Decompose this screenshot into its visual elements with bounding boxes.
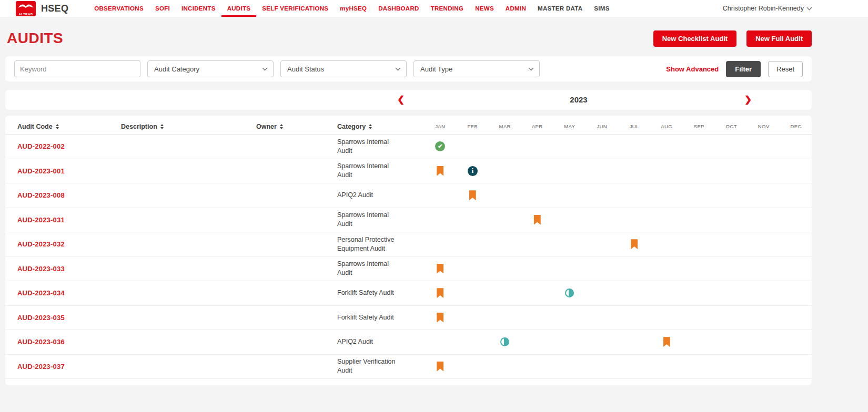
audit-category-select[interactable]: Audit Category (147, 60, 274, 77)
nav-item-observations[interactable]: OBSERVATIONS (88, 0, 149, 17)
month-header-mar: MAR (489, 123, 521, 129)
page-header: AUDITS New Checklist Audit New Full Audi… (5, 17, 812, 56)
month-cell-jan (424, 166, 457, 176)
nav-item-myhseq[interactable]: myHSEQ (334, 0, 372, 17)
audit-code-link[interactable]: AUD-2023-033 (17, 265, 121, 273)
nav-item-self-verifications[interactable]: SELF VERIFICATIONS (256, 0, 334, 17)
bookmark-icon[interactable] (437, 264, 443, 274)
chevron-down-icon (807, 5, 812, 11)
bookmark-icon[interactable] (437, 166, 443, 176)
audit-code-link[interactable]: AUD-2022-002 (17, 142, 121, 150)
audit-status-select[interactable]: Audit Status (280, 60, 407, 77)
bookmark-icon[interactable] (534, 215, 541, 225)
bookmark-icon[interactable] (631, 239, 638, 249)
month-cell-feb (457, 190, 489, 200)
bookmark-icon[interactable] (469, 190, 476, 200)
chevron-down-icon (396, 66, 401, 71)
month-cell-mar (489, 337, 521, 346)
audit-code-link[interactable]: AUD-2023-008 (17, 191, 121, 199)
new-checklist-audit-button[interactable]: New Checklist Audit (653, 30, 736, 47)
audit-category-select-label: Audit Category (154, 65, 199, 73)
audit-type-select-label: Audit Type (420, 65, 452, 73)
nav-item-dashboard[interactable]: DASHBOARD (372, 0, 425, 17)
nav-item-sims[interactable]: SIMS (588, 0, 615, 17)
category-cell: Personal Protective Equipment Audit (337, 235, 424, 253)
month-header-jun: JUN (586, 123, 619, 129)
month-header-sep: SEP (683, 123, 715, 129)
table-row: AUD-2023-037Supplier Verification Audit (5, 355, 812, 379)
audit-status-select-label: Audit Status (287, 65, 324, 73)
half-circle-icon[interactable] (500, 337, 509, 346)
audit-code-link[interactable]: AUD-2023-036 (17, 338, 121, 346)
show-advanced-link[interactable]: Show Advanced (666, 65, 719, 73)
category-cell: APIQ2 Audit (337, 337, 424, 346)
column-header-category[interactable]: Category (337, 123, 424, 130)
table-row: AUD-2023-036APIQ2 Audit (5, 330, 812, 355)
audit-type-select[interactable]: Audit Type (413, 60, 540, 77)
month-header-nov: NOV (748, 123, 780, 129)
month-cell-jan: ✔ (424, 141, 457, 151)
keyword-input[interactable] (14, 60, 140, 77)
category-cell: Supplier Verification Audit (337, 357, 424, 375)
month-cell-aug (651, 337, 683, 347)
altrad-logo[interactable]: ALTRAD (16, 1, 36, 16)
user-menu[interactable]: Christopher Robin-Kennedy (723, 0, 811, 17)
column-header-owner[interactable]: Owner (256, 123, 337, 130)
bird-icon (17, 2, 34, 9)
nav-item-master-data[interactable]: MASTER DATA (532, 0, 588, 17)
month-cell-jan (424, 264, 457, 274)
bookmark-icon[interactable] (437, 288, 443, 298)
chevron-down-icon (263, 66, 268, 71)
nav-item-sofi[interactable]: SOFI (149, 0, 176, 17)
table-row: AUD-2023-008APIQ2 Audit (5, 183, 812, 208)
month-header-jul: JUL (618, 123, 651, 129)
year-navigator: ❮ 2023 ❯ (5, 90, 812, 110)
table-row: AUD-2023-032Personal Protective Equipmen… (5, 232, 812, 257)
bookmark-icon[interactable] (437, 313, 443, 323)
category-cell: Sparrows Internal Audit (337, 260, 424, 277)
audit-code-link[interactable]: AUD-2023-034 (17, 289, 121, 297)
app-name: HSEQ (41, 3, 68, 14)
table-row: AUD-2023-033Sparrows Internal Audit (5, 257, 812, 282)
bookmark-icon[interactable] (663, 337, 670, 347)
table-row: AUD-2023-035Forklift Safety Audit (5, 306, 812, 331)
audit-code-link[interactable]: AUD-2023-035 (17, 314, 121, 322)
bookmark-icon[interactable] (437, 362, 443, 372)
nav-item-news[interactable]: NEWS (469, 0, 500, 17)
next-year-button[interactable]: ❯ (744, 94, 752, 106)
nav-item-trending[interactable]: TRENDING (425, 0, 469, 17)
filter-button[interactable]: Filter (726, 61, 761, 77)
category-cell: APIQ2 Audit (337, 191, 424, 200)
month-header-jan: JAN (424, 123, 457, 129)
table-row: AUD-2023-031Sparrows Internal Audit (5, 208, 812, 233)
new-full-audit-button[interactable]: New Full Audit (746, 30, 812, 47)
reset-button[interactable]: Reset (768, 61, 803, 77)
table-row: AUD-2022-002Sparrows Internal Audit✔ (5, 135, 812, 159)
category-cell: Forklift Safety Audit (337, 313, 424, 322)
column-header-description[interactable]: Description (121, 123, 256, 130)
month-cell-jan (424, 362, 457, 372)
month-header-apr: APR (521, 123, 554, 129)
category-cell: Sparrows Internal Audit (337, 162, 424, 180)
year-label: 2023 (555, 95, 602, 104)
table-row: AUD-2023-001Sparrows Internal Auditi (5, 159, 812, 184)
month-cell-jan (424, 288, 457, 298)
nav-item-incidents[interactable]: INCIDENTS (176, 0, 221, 17)
category-cell: Forklift Safety Audit (337, 289, 424, 297)
audit-code-link[interactable]: AUD-2023-031 (17, 216, 121, 224)
column-header-audit-code[interactable]: Audit Code (17, 123, 121, 130)
previous-year-button[interactable]: ❮ (397, 94, 405, 106)
half-circle-icon[interactable] (565, 289, 574, 297)
audit-code-link[interactable]: AUD-2023-037 (17, 363, 121, 370)
page-title: AUDITS (7, 30, 63, 47)
nav-item-admin[interactable]: ADMIN (500, 0, 532, 17)
audit-code-link[interactable]: AUD-2023-032 (17, 240, 121, 248)
nav-item-audits[interactable]: AUDITS (221, 0, 257, 17)
check-circle-icon[interactable]: ✔ (435, 141, 445, 151)
month-header-may: MAY (553, 123, 586, 129)
info-circle-icon[interactable]: i (468, 166, 478, 176)
top-navigation-bar: ALTRAD HSEQ OBSERVATIONSSOFIINCIDENTSAUD… (0, 0, 868, 17)
month-cell-jul (618, 239, 651, 249)
sort-icon (56, 124, 59, 129)
audit-code-link[interactable]: AUD-2023-001 (17, 167, 121, 175)
